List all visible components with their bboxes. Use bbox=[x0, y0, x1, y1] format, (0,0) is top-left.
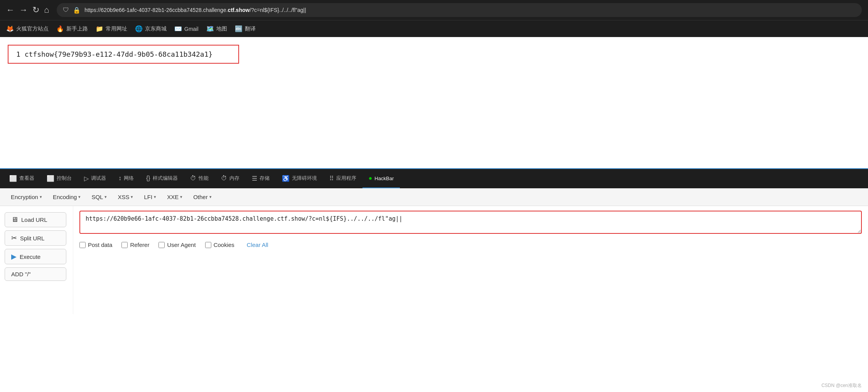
bookmark-firefox[interactable]: 🦊 火狐官方站点 bbox=[6, 25, 49, 32]
url-text: https://620b9e66-1afc-4037-82b1-26ccbba7… bbox=[84, 7, 306, 13]
split-url-icon: ✂ bbox=[11, 234, 17, 242]
menu-xss[interactable]: XSS ▾ bbox=[113, 191, 138, 203]
post-data-checkbox[interactable] bbox=[79, 242, 86, 248]
lfi-label: LFI bbox=[144, 194, 152, 200]
back-button[interactable]: ← bbox=[6, 6, 15, 14]
bookmark-label: 火狐官方站点 bbox=[16, 25, 49, 32]
shield-icon: 🛡 bbox=[63, 7, 69, 14]
menu-other[interactable]: Other ▾ bbox=[189, 191, 216, 203]
bookmark-label: 翻译 bbox=[245, 25, 256, 32]
encryption-arrow-icon: ▾ bbox=[40, 194, 42, 199]
load-url-button[interactable]: 🖥 Load URL bbox=[5, 212, 66, 227]
cookies-label: Cookies bbox=[214, 242, 234, 248]
folder-icon: 📁 bbox=[96, 25, 103, 32]
menu-encoding[interactable]: Encoding ▾ bbox=[48, 191, 86, 203]
watermark-text: CSDN @cen准取名 bbox=[821, 383, 862, 388]
xss-arrow-icon: ▾ bbox=[131, 194, 133, 199]
menu-lfi[interactable]: LFI ▾ bbox=[139, 191, 161, 203]
user-agent-label: User Agent bbox=[167, 242, 196, 248]
hackbar-main: 🖥 Load URL ✂ Split URL ▶ Execute ADD "/"… bbox=[0, 206, 868, 314]
cookies-checkbox[interactable] bbox=[205, 242, 211, 248]
page-content: 1 ctfshow{79e79b93-e112-47dd-9b05-68ca11… bbox=[0, 37, 868, 168]
devtools-tab-accessibility[interactable]: ♿ 无障碍环境 bbox=[276, 169, 323, 188]
checkboxes-row: Post data Referer User Agent Cookies Cle… bbox=[79, 238, 862, 251]
referer-checkbox[interactable] bbox=[121, 242, 128, 248]
storage-label: 存储 bbox=[260, 175, 270, 182]
accessibility-icon: ♿ bbox=[282, 175, 290, 182]
post-data-checkbox-label[interactable]: Post data bbox=[79, 242, 112, 248]
devtools-tab-performance[interactable]: ⏱ 性能 bbox=[184, 169, 215, 188]
menu-xxe[interactable]: XXE ▾ bbox=[162, 191, 187, 203]
bookmark-maps[interactable]: 🗺️ 地图 bbox=[206, 25, 227, 32]
memory-label: 内存 bbox=[229, 175, 239, 182]
console-icon: ⬜ bbox=[47, 175, 54, 182]
bookmark-label: 地图 bbox=[216, 25, 227, 32]
menu-encryption[interactable]: Encryption ▾ bbox=[6, 191, 47, 203]
bookmark-sites[interactable]: 📁 常用网址 bbox=[96, 25, 127, 32]
user-agent-checkbox[interactable] bbox=[158, 242, 165, 248]
bookmark-translate[interactable]: 🔤 翻译 bbox=[235, 25, 256, 32]
referer-checkbox-label[interactable]: Referer bbox=[121, 242, 149, 248]
accessibility-label: 无障碍环境 bbox=[292, 175, 317, 182]
add-slash-label: ADD "/" bbox=[11, 271, 31, 277]
flag-box: 1 ctfshow{79e79b93-e112-47dd-9b05-68ca11… bbox=[8, 45, 239, 64]
hackbar-panel: Encryption ▾ Encoding ▾ SQL ▾ XSS ▾ LFI … bbox=[0, 188, 868, 314]
user-agent-checkbox-label[interactable]: User Agent bbox=[158, 242, 196, 248]
url-input[interactable]: https://620b9e66-1afc-4037-82b1-26ccbba7… bbox=[79, 211, 862, 234]
translate-icon: 🔤 bbox=[235, 25, 243, 32]
load-url-icon: 🖥 bbox=[11, 216, 18, 224]
hackbar-right-panel: https://620b9e66-1afc-4037-82b1-26ccbba7… bbox=[73, 206, 868, 314]
bookmarks-bar: 🦊 火狐官方站点 🔥 新手上路 📁 常用网址 🌐 京东商城 ✉️ Gmail 🗺… bbox=[0, 20, 868, 37]
browser-titlebar: ← → ↻ ⌂ 🛡 🔒 https://620b9e66-1afc-4037-8… bbox=[0, 0, 868, 20]
inspector-icon: ⬜ bbox=[9, 175, 17, 182]
bookmark-gmail[interactable]: ✉️ Gmail bbox=[174, 25, 199, 32]
add-slash-button[interactable]: ADD "/" bbox=[5, 267, 66, 281]
bookmark-label: 新手上路 bbox=[66, 25, 88, 32]
devtools-tab-memory[interactable]: ⏱ 内存 bbox=[215, 169, 246, 188]
bookmark-jd[interactable]: 🌐 京东商城 bbox=[135, 25, 167, 32]
referer-label: Referer bbox=[130, 242, 149, 248]
refresh-button[interactable]: ↻ bbox=[32, 6, 39, 14]
newbie-icon: 🔥 bbox=[56, 25, 64, 32]
xxe-label: XXE bbox=[167, 194, 179, 200]
clear-all-button[interactable]: Clear All bbox=[244, 242, 271, 248]
other-arrow-icon: ▾ bbox=[209, 194, 212, 199]
menu-sql[interactable]: SQL ▾ bbox=[87, 191, 111, 203]
split-url-label: Split URL bbox=[20, 235, 44, 242]
bookmark-label: 京东商城 bbox=[145, 25, 167, 32]
style-editor-label: 样式编辑器 bbox=[153, 175, 178, 182]
execute-icon: ▶ bbox=[11, 252, 17, 261]
debugger-label: 调试器 bbox=[91, 175, 106, 182]
hackbar-menubar: Encryption ▾ Encoding ▾ SQL ▾ XSS ▾ LFI … bbox=[0, 188, 868, 206]
cookies-checkbox-label[interactable]: Cookies bbox=[205, 242, 234, 248]
split-url-button[interactable]: ✂ Split URL bbox=[5, 230, 66, 246]
firefox-icon: 🦊 bbox=[6, 25, 14, 32]
devtools-tab-storage[interactable]: ☰ 存储 bbox=[246, 169, 276, 188]
gmail-icon: ✉️ bbox=[174, 25, 182, 32]
hackbar-label: HackBar bbox=[374, 176, 394, 181]
bookmark-newbie[interactable]: 🔥 新手上路 bbox=[56, 25, 88, 32]
forward-button[interactable]: → bbox=[19, 6, 28, 14]
devtools-tab-debugger[interactable]: ▷ 调试器 bbox=[78, 169, 112, 188]
devtools-tab-application[interactable]: ⠿ 应用程序 bbox=[323, 169, 362, 188]
network-label: 网络 bbox=[124, 175, 134, 182]
console-label: 控制台 bbox=[57, 175, 72, 182]
application-icon: ⠿ bbox=[329, 175, 334, 182]
bookmark-label: 常用网址 bbox=[106, 25, 127, 32]
style-editor-icon: {} bbox=[146, 175, 150, 182]
devtools-tab-console[interactable]: ⬜ 控制台 bbox=[40, 169, 78, 188]
hackbar-left-panel: 🖥 Load URL ✂ Split URL ▶ Execute ADD "/" bbox=[0, 206, 73, 314]
jd-icon: 🌐 bbox=[135, 25, 143, 32]
devtools-tab-style-editor[interactable]: {} 样式编辑器 bbox=[140, 169, 184, 188]
home-button[interactable]: ⌂ bbox=[44, 6, 49, 14]
debugger-icon: ▷ bbox=[84, 175, 89, 182]
maps-icon: 🗺️ bbox=[206, 25, 214, 32]
address-bar[interactable]: 🛡 🔒 https://620b9e66-1afc-4037-82b1-26cc… bbox=[57, 3, 862, 17]
load-url-label: Load URL bbox=[21, 216, 47, 223]
devtools-tab-inspector[interactable]: ⬜ 查看器 bbox=[3, 169, 40, 188]
other-label: Other bbox=[193, 194, 208, 200]
devtools-tab-hackbar[interactable]: ● HackBar bbox=[362, 169, 400, 188]
devtools-tab-network[interactable]: ↕ 网络 bbox=[112, 169, 140, 188]
execute-button[interactable]: ▶ Execute bbox=[5, 249, 66, 264]
memory-icon: ⏱ bbox=[221, 175, 227, 182]
